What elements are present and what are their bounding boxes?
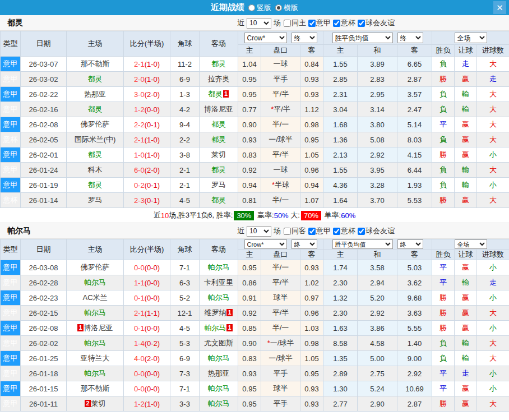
- half-time-score: (1-0): [145, 60, 160, 68]
- summary-count: 10: [161, 211, 169, 220]
- avg-type-select[interactable]: 胜平负均值: [332, 239, 393, 249]
- filter-serie-a[interactable]: 意甲: [307, 18, 331, 28]
- filter-serie-a[interactable]: 意甲: [307, 226, 331, 236]
- col-header-corners: 角球: [170, 239, 200, 260]
- avg-home-odds: 1.63: [323, 321, 358, 336]
- handicap-home-odds: 0.93: [238, 366, 261, 381]
- match-date: 26-03-07: [21, 57, 67, 72]
- checkbox-club-friendly[interactable]: [358, 228, 365, 235]
- checkbox-coppa-italia[interactable]: [333, 20, 340, 27]
- match-date: 26-02-01: [21, 147, 67, 163]
- match-count-select[interactable]: 10: [247, 18, 271, 29]
- away-team-name: 拉齐奥: [208, 75, 230, 83]
- team-section-parma: 帕尔马 近10场同客意甲意杯球会友谊 类型 日期 主场 比分(半场) 角球 客场…: [0, 223, 509, 412]
- handicap-home-odds: 0.90: [238, 117, 261, 132]
- league-badge: 意甲: [1, 290, 21, 306]
- col-header-wdl: 胜负: [432, 250, 455, 260]
- home-team: 都灵: [67, 72, 124, 87]
- bookmaker-select[interactable]: Crow*: [244, 33, 287, 43]
- close-icon[interactable]: ✕: [493, 1, 506, 14]
- filter-coppa-italia[interactable]: 意杯: [332, 18, 355, 28]
- corners: 3-8: [170, 147, 200, 163]
- handicap-line: 平手: [261, 396, 300, 412]
- away-team: 帕尔马: [200, 381, 238, 396]
- corners: 11-2: [170, 57, 200, 72]
- away-team-name: 帕尔马: [208, 354, 230, 362]
- corners: 4-2: [170, 102, 200, 117]
- result-wdl: 負: [432, 57, 455, 72]
- checkbox-coppa-italia[interactable]: [333, 228, 340, 235]
- away-team: 都灵: [200, 193, 238, 208]
- filter-club-friendly[interactable]: 球会友谊: [357, 18, 395, 28]
- handicap-line: 半/一: [261, 193, 300, 208]
- home-team-name: 热那亚: [84, 90, 106, 98]
- bookmaker-select[interactable]: Crow*: [244, 239, 287, 249]
- final-odds-select[interactable]: 终: [291, 239, 317, 249]
- full-time-score: 1-2: [134, 105, 145, 114]
- away-team: 都灵1: [200, 87, 238, 102]
- radio-horizontal-layout[interactable]: [275, 4, 282, 11]
- page-title: 近期战绩: [211, 2, 244, 13]
- handicap-home-odds: 0.94: [238, 178, 261, 193]
- corners: 2-1: [170, 163, 200, 178]
- handicap-home-odds: 0.83: [238, 351, 261, 366]
- handicap-line: 球半: [261, 381, 300, 396]
- match-score: 1-0(1-0): [124, 147, 170, 163]
- filter-same-away[interactable]: 同客: [283, 226, 306, 236]
- avg-away-odds: 9.68: [397, 290, 432, 306]
- home-team: AC米兰: [67, 290, 124, 306]
- match-date: 26-01-25: [21, 351, 67, 366]
- match-score: 0-0(0-0): [124, 381, 170, 396]
- match-score: 4-0(2-0): [124, 351, 170, 366]
- corners: 12-1: [170, 306, 200, 321]
- match-score: 2-0(1-0): [124, 72, 170, 87]
- summary-big-rate: 70%: [301, 211, 321, 220]
- handicap-line: 半/一: [261, 321, 300, 336]
- filter-club-friendly[interactable]: 球会友谊: [357, 226, 395, 236]
- home-team-name: 亚特兰大: [81, 354, 110, 362]
- col-header-date: 日期: [21, 239, 67, 260]
- final-avg-select[interactable]: 终: [397, 239, 423, 249]
- handicap-home-odds: 0.90: [238, 336, 261, 351]
- away-team-name: 帕尔马: [204, 324, 226, 332]
- handicap-home-odds: 0.85: [238, 321, 261, 336]
- final-odds-select[interactable]: 终: [291, 33, 317, 43]
- filter-same-home[interactable]: 同主: [283, 18, 306, 28]
- filter-coppa-italia[interactable]: 意杯: [332, 226, 355, 236]
- avg-type-select[interactable]: 胜平负均值: [332, 33, 393, 43]
- scope-select[interactable]: 全场: [455, 33, 487, 43]
- checkbox-serie-a[interactable]: [308, 20, 316, 27]
- match-score: 0-2(0-1): [124, 178, 170, 193]
- avg-draw-odds: 2.90: [358, 396, 397, 412]
- home-team: 帕尔马: [67, 275, 124, 290]
- half-time-score: (0-2): [145, 339, 160, 348]
- final-avg-select[interactable]: 终: [397, 33, 423, 43]
- home-team-name: 帕尔马: [84, 369, 106, 377]
- home-team: 罗马: [67, 193, 124, 208]
- avg-home-odds: 1.64: [323, 193, 358, 208]
- games-label: 场: [274, 226, 281, 236]
- handicap-away-odds: 0.98: [300, 117, 323, 132]
- home-team: 帕尔马: [67, 306, 124, 321]
- result-handicap: 赢: [455, 381, 477, 396]
- away-team: 拉齐奥: [200, 72, 238, 87]
- checkbox-serie-a[interactable]: [308, 228, 316, 235]
- checkbox-same-away[interactable]: [284, 228, 291, 235]
- away-team-name: 帕尔马: [208, 263, 230, 271]
- checkbox-same-home[interactable]: [284, 20, 291, 27]
- match-count-select[interactable]: 10: [247, 226, 271, 237]
- handicap-away-odds: 0.96: [300, 306, 323, 321]
- scope-select[interactable]: 全场: [455, 239, 487, 249]
- result-goals: 大: [477, 163, 509, 178]
- handicap-line: 半/一: [261, 117, 300, 132]
- radio-vertical-layout[interactable]: [248, 4, 255, 11]
- checkbox-club-friendly[interactable]: [358, 20, 365, 27]
- result-wdl: 平: [432, 381, 455, 396]
- yellow-red-card-badge: 1: [226, 324, 232, 331]
- league-badge: 意甲: [1, 178, 21, 193]
- full-time-score: 0-1: [134, 324, 145, 333]
- league-badge: 意甲: [1, 117, 21, 132]
- avg-home-odds: 2.89: [323, 366, 358, 381]
- col-header-goals: 进球数: [477, 250, 509, 260]
- result-wdl: 負: [432, 163, 455, 178]
